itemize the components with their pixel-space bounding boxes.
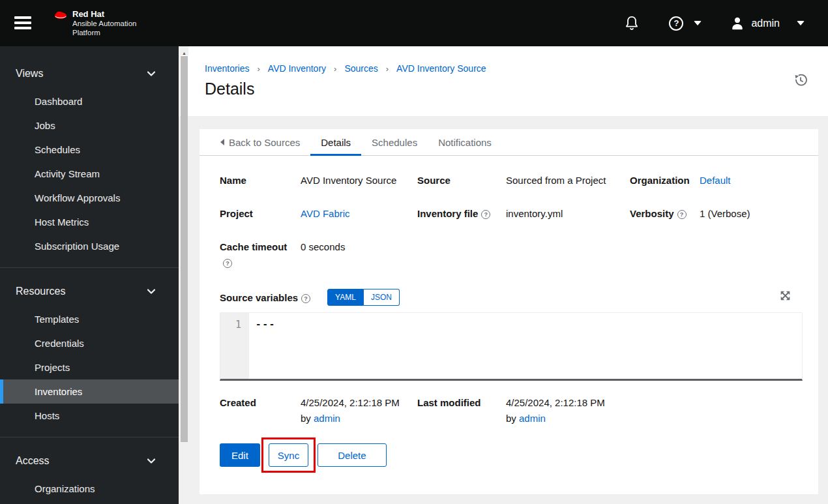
nav-section-header-access[interactable]: Access bbox=[0, 448, 179, 474]
user-avatar-icon bbox=[730, 16, 745, 31]
brand-logo: Red Hat Ansible Automation Platform bbox=[53, 9, 136, 38]
source-variables-row: Source variables? YAML JSON bbox=[220, 289, 803, 306]
tab-bar: Back to Sources Details Schedules Notifi… bbox=[200, 129, 818, 156]
last-modified-label: Last modified bbox=[417, 395, 506, 411]
sidebar-item-organizations[interactable]: Organizations bbox=[0, 477, 179, 501]
delete-button[interactable]: Delete bbox=[318, 443, 386, 467]
tab-label: Schedules bbox=[372, 137, 417, 148]
json-toggle-button[interactable]: JSON bbox=[364, 289, 400, 306]
timestamps-row: Created 4/25/2024, 2:12:18 PM by admin L… bbox=[220, 395, 803, 426]
sidebar-item-hosts[interactable]: Hosts bbox=[0, 404, 179, 428]
nav-section-header-views[interactable]: Views bbox=[0, 61, 179, 87]
sidebar-nav: Views Dashboard Jobs Schedules Activity … bbox=[0, 46, 179, 504]
format-toggle-group: YAML JSON bbox=[327, 289, 400, 306]
sidebar-item-templates[interactable]: Templates bbox=[0, 307, 179, 331]
nav-section-label: Access bbox=[16, 455, 50, 467]
back-caret-icon bbox=[220, 139, 224, 145]
username-label: admin bbox=[751, 18, 780, 29]
notifications-bell-icon[interactable] bbox=[625, 16, 639, 31]
cache-timeout-help-icon[interactable]: ? bbox=[223, 259, 232, 268]
nav-section-label: Views bbox=[16, 68, 43, 80]
editor-line-number: 1 bbox=[220, 313, 249, 379]
cache-timeout-label: Cache timeout? bbox=[220, 239, 301, 271]
source-variables-editor[interactable]: 1 --- bbox=[220, 312, 803, 381]
brand-line3: Platform bbox=[72, 28, 136, 37]
tab-notifications[interactable]: Notifications bbox=[428, 129, 502, 155]
verbosity-label: Verbosity? bbox=[630, 206, 700, 222]
sidebar-item-workflow-approvals[interactable]: Workflow Approvals bbox=[0, 186, 179, 210]
nav-section-resources: Resources Templates Credentials Projects… bbox=[0, 267, 179, 428]
masthead: Red Hat Ansible Automation Platform ? ad… bbox=[0, 0, 828, 46]
action-buttons: Edit Sync Delete bbox=[220, 443, 803, 467]
sidebar-item-schedules[interactable]: Schedules bbox=[0, 138, 179, 162]
tab-details[interactable]: Details bbox=[310, 129, 361, 155]
tab-back-to-sources[interactable]: Back to Sources bbox=[210, 129, 310, 155]
breadcrumb-avd-inventory[interactable]: AVD Inventory bbox=[268, 63, 326, 74]
nav-section-access: Access Organizations bbox=[0, 437, 179, 501]
last-modified-value: 4/25/2024, 2:12:18 PM by admin bbox=[506, 395, 803, 426]
sidebar-item-inventories[interactable]: Inventories bbox=[0, 379, 179, 404]
edit-button[interactable]: Edit bbox=[220, 443, 260, 467]
main-area: Inventories › AVD Inventory › Sources › … bbox=[179, 46, 828, 504]
tab-label: Details bbox=[321, 137, 351, 148]
sidebar-scrollbar[interactable]: ▲ bbox=[180, 46, 188, 504]
scrollbar-thumb[interactable] bbox=[181, 56, 188, 442]
created-by-user-link[interactable]: admin bbox=[314, 413, 340, 424]
tab-schedules[interactable]: Schedules bbox=[361, 129, 428, 155]
chevron-down-icon bbox=[147, 70, 155, 78]
activity-history-icon[interactable] bbox=[794, 74, 807, 87]
tab-label: Notifications bbox=[438, 137, 492, 148]
source-value: Sourced from a Project bbox=[506, 173, 630, 188]
sync-button[interactable]: Sync bbox=[269, 443, 308, 467]
project-value-link[interactable]: AVD Fabric bbox=[301, 208, 350, 219]
expand-fullscreen-icon[interactable] bbox=[780, 290, 791, 301]
help-dropdown-caret-icon[interactable] bbox=[694, 21, 702, 25]
breadcrumb-separator-icon: › bbox=[257, 64, 259, 74]
created-value: 4/25/2024, 2:12:18 PM by admin bbox=[301, 395, 417, 426]
created-label: Created bbox=[220, 395, 301, 411]
sidebar-item-host-metrics[interactable]: Host Metrics bbox=[0, 210, 179, 234]
source-variables-help-icon[interactable]: ? bbox=[301, 294, 310, 303]
sidebar-item-activity-stream[interactable]: Activity Stream bbox=[0, 162, 179, 186]
content-area: Back to Sources Details Schedules Notifi… bbox=[179, 116, 828, 504]
nav-toggle-hamburger-icon[interactable] bbox=[14, 16, 31, 29]
inventory-file-help-icon[interactable]: ? bbox=[481, 210, 490, 219]
organization-value-link[interactable]: Default bbox=[700, 175, 731, 186]
sidebar-item-credentials[interactable]: Credentials bbox=[0, 331, 179, 355]
name-value: AVD Inventory Source bbox=[301, 173, 417, 188]
cache-timeout-value: 0 seconds bbox=[301, 239, 417, 255]
brand-line2: Ansible Automation bbox=[72, 19, 136, 28]
nav-section-header-resources[interactable]: Resources bbox=[0, 278, 179, 304]
chevron-down-icon bbox=[147, 457, 155, 465]
sidebar-item-subscription-usage[interactable]: Subscription Usage bbox=[0, 234, 179, 258]
modified-by-user-link[interactable]: admin bbox=[519, 413, 546, 424]
sidebar-item-projects[interactable]: Projects bbox=[0, 355, 179, 379]
detail-fields: Name AVD Inventory Source Source Sourced… bbox=[220, 173, 803, 271]
nav-section-views: Views Dashboard Jobs Schedules Activity … bbox=[0, 55, 179, 258]
inventory-file-value: inventory.yml bbox=[506, 206, 630, 222]
source-variables-label: Source variables? bbox=[220, 292, 310, 303]
organization-label: Organization bbox=[630, 173, 700, 188]
breadcrumb-inventories[interactable]: Inventories bbox=[205, 63, 249, 74]
details-card: Back to Sources Details Schedules Notifi… bbox=[200, 129, 818, 494]
page-header: Inventories › AVD Inventory › Sources › … bbox=[179, 46, 828, 116]
verbosity-help-icon[interactable]: ? bbox=[677, 210, 687, 219]
breadcrumb-separator-icon: › bbox=[386, 64, 389, 74]
project-label: Project bbox=[220, 206, 301, 222]
tab-label: Back to Sources bbox=[229, 137, 300, 148]
redhat-fedora-icon bbox=[53, 10, 68, 21]
breadcrumb-sources[interactable]: Sources bbox=[344, 63, 377, 74]
editor-content[interactable]: --- bbox=[249, 313, 802, 379]
user-dropdown-caret-icon[interactable] bbox=[797, 21, 805, 25]
scrollbar-up-arrow-icon[interactable]: ▲ bbox=[180, 46, 188, 55]
breadcrumb-avd-inventory-source[interactable]: AVD Inventory Source bbox=[396, 63, 486, 74]
breadcrumb-separator-icon: › bbox=[334, 64, 336, 74]
breadcrumb: Inventories › AVD Inventory › Sources › … bbox=[205, 63, 808, 74]
sidebar-item-jobs[interactable]: Jobs bbox=[0, 113, 179, 138]
sidebar-item-dashboard[interactable]: Dashboard bbox=[0, 89, 179, 113]
source-label: Source bbox=[417, 173, 506, 188]
nav-section-label: Resources bbox=[16, 286, 65, 297]
verbosity-value: 1 (Verbose) bbox=[700, 206, 803, 222]
yaml-toggle-button[interactable]: YAML bbox=[327, 289, 364, 306]
help-icon[interactable]: ? bbox=[669, 16, 683, 31]
